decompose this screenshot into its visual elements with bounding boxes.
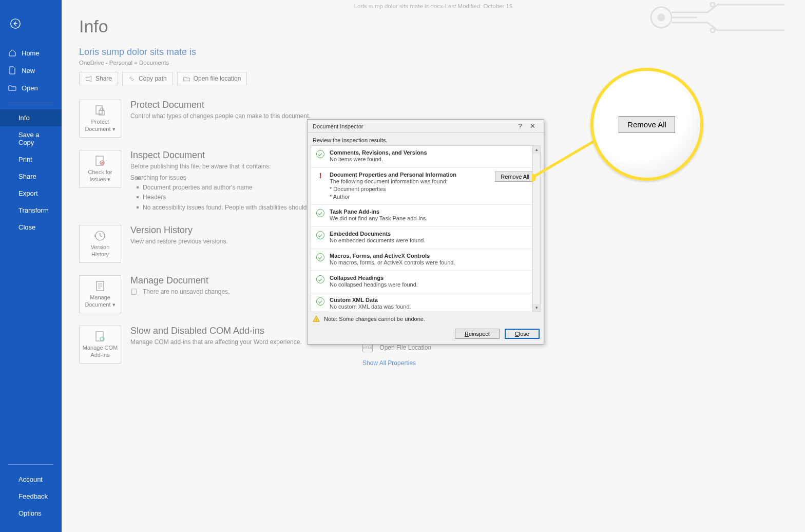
sidebar-item-options[interactable]: Options [0, 505, 62, 522]
sidebar-item-save-copy[interactable]: Save a Copy [0, 126, 62, 151]
link-icon [128, 75, 135, 82]
com-heading: Slow and Disabled COM Add-ins [130, 326, 302, 336]
svg-point-3 [711, 3, 715, 7]
result-row-document-properties: ! Document Properties and Personal Infor… [311, 168, 540, 205]
sidebar-item-share[interactable]: Share [0, 168, 62, 185]
show-all-properties-link[interactable]: Show All Properties [362, 359, 431, 367]
svg-rect-6 [99, 110, 104, 115]
result-row-comments: Comments, Revisions, and VersionsNo item… [311, 146, 540, 168]
related-panel: HTML Open File Location Show All Propert… [362, 344, 431, 367]
dialog-scrollbar[interactable]: ▴ ▾ [532, 146, 540, 312]
sidebar-label: Transform [18, 206, 49, 214]
titlebar-modified: Last Modified: October 15 [445, 3, 513, 9]
close-dialog-button[interactable]: Close [505, 329, 540, 339]
manage-com-addins-button[interactable]: Manage COM Add-ins [79, 326, 121, 364]
sidebar-item-account[interactable]: Account [0, 471, 62, 488]
alert-icon: ! [313, 315, 320, 322]
sidebar-label: Info [18, 114, 30, 122]
sidebar-label: Feedback [18, 492, 48, 500]
result-row-custom-xml: Custom XML DataNo custom XML data was fo… [311, 293, 540, 312]
manage-desc: There are no unsaved changes. [143, 288, 229, 295]
dialog-close-button[interactable]: ✕ [526, 122, 539, 130]
share-icon [85, 75, 92, 82]
share-button[interactable]: Share [79, 72, 118, 85]
version-desc: View and restore previous versions. [130, 238, 228, 245]
chevron-down-icon: ▾ [107, 176, 110, 182]
folder-open-icon [183, 75, 190, 82]
checkmark-icon [316, 275, 324, 283]
sidebar-label: Export [18, 189, 38, 197]
chevron-down-icon: ▾ [112, 301, 116, 308]
sidebar-item-print[interactable]: Print [0, 151, 62, 168]
checkmark-icon [316, 253, 324, 261]
inspection-results-list: Comments, Revisions, and VersionsNo item… [311, 145, 541, 312]
sidebar-divider [8, 464, 53, 465]
checkmark-icon [316, 297, 324, 306]
html-file-icon: HTML [362, 344, 373, 352]
dialog-subtitle: Review the inspection results. [308, 133, 544, 145]
copy-path-button[interactable]: Copy path [122, 72, 173, 85]
sidebar-item-transform[interactable]: Transform [0, 202, 62, 219]
result-row-macros: Macros, Forms, and ActiveX ControlsNo ma… [311, 249, 540, 271]
page-title: Info [79, 16, 805, 36]
manage-heading: Manage Document [130, 275, 229, 286]
checkmark-icon [316, 231, 324, 239]
version-history-button[interactable]: Version History [79, 225, 121, 263]
sidebar-item-open[interactable]: Open [0, 79, 62, 97]
svg-text:!: ! [316, 317, 317, 322]
sidebar-item-export[interactable]: Export [0, 185, 62, 202]
protect-desc: Control what types of changes people can… [130, 112, 311, 120]
sidebar-item-info[interactable]: Info [0, 109, 62, 126]
dialog-help-button[interactable]: ? [514, 122, 526, 130]
checkmark-icon [316, 150, 324, 158]
document-path: OneDrive - Personal » Documents [79, 60, 805, 66]
warning-icon: ! [316, 172, 324, 180]
checkmark-icon [316, 209, 324, 217]
sidebar-label: New [22, 67, 35, 74]
sidebar-label: Close [18, 223, 35, 231]
sidebar-label: Save a Copy [18, 131, 53, 146]
back-arrow-icon [10, 18, 21, 29]
result-row-taskpane: Task Pane Add-insWe did not find any Tas… [311, 205, 540, 227]
addin-gear-icon [94, 330, 106, 343]
dialog-title: Document Inspector [313, 123, 514, 129]
scroll-up-button[interactable]: ▴ [533, 146, 540, 154]
sidebar-divider [8, 103, 53, 103]
result-row-embedded: Embedded DocumentsNo embedded documents … [311, 227, 540, 249]
open-file-location-button[interactable]: Open file location [177, 72, 247, 85]
svg-rect-11 [132, 289, 137, 295]
sidebar-label: Account [18, 476, 43, 483]
history-icon [94, 230, 106, 242]
sidebar-item-home[interactable]: Home [0, 44, 62, 62]
remove-all-button[interactable]: Remove All [495, 172, 535, 182]
document-title: Loris sump dolor sits mate is [79, 47, 805, 58]
com-desc: Manage COM add-ins that are affecting yo… [130, 338, 302, 346]
sidebar-label: Print [18, 156, 32, 163]
lock-icon [94, 104, 106, 117]
document-icon [94, 280, 106, 292]
result-row-collapsed-headings: Collapsed HeadingsNo collapsed headings … [311, 271, 540, 293]
chevron-down-icon: ▾ [112, 126, 116, 132]
scroll-down-button[interactable]: ▾ [533, 304, 540, 312]
open-folder-icon [8, 84, 16, 92]
open-file-location-link[interactable]: HTML Open File Location [362, 344, 431, 352]
document-inspector-dialog: Document Inspector ? ✕ Review the inspec… [307, 119, 544, 345]
reinspect-button[interactable]: Reinspect [455, 329, 500, 339]
sidebar-item-new[interactable]: New [0, 62, 62, 79]
callout-remove-all-button[interactable]: Remove All [619, 116, 675, 133]
svg-rect-12 [96, 332, 103, 341]
check-for-issues-button[interactable]: Check for Issues ▾ [79, 150, 121, 188]
titlebar-filename: Loris sump dolor sits mate is.docx [354, 3, 443, 9]
version-heading: Version History [130, 225, 228, 236]
back-button[interactable] [4, 12, 27, 35]
new-doc-icon [8, 66, 16, 74]
manage-document-button[interactable]: Manage Document ▾ [79, 275, 121, 313]
sidebar-item-close[interactable]: Close [0, 219, 62, 236]
sidebar-label: Home [22, 49, 40, 57]
dialog-note: Note: Some changes cannot be undone. [324, 316, 425, 322]
backstage-sidebar: Home New Open Info Save a Copy Print Sha… [0, 0, 62, 532]
protect-document-button[interactable]: Protect Document ▾ [79, 100, 121, 138]
callout-highlight: Remove All [590, 68, 703, 181]
sidebar-item-feedback[interactable]: Feedback [0, 488, 62, 505]
doc-small-icon [130, 288, 138, 295]
